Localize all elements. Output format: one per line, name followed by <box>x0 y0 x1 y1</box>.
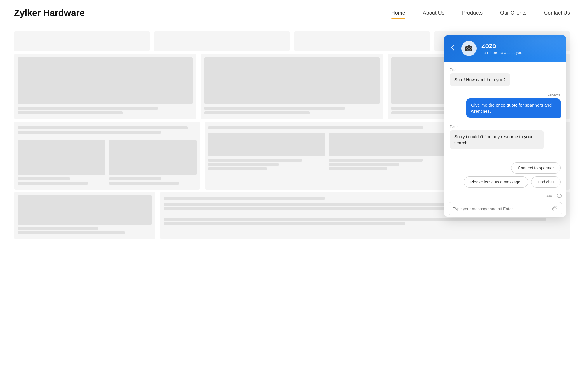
bot-name: Zozo <box>481 42 559 50</box>
svg-rect-7 <box>467 50 471 51</box>
product-card-1 <box>14 54 196 119</box>
bot-message-group-1: Zozo Sure! How can I help you? <box>450 68 561 91</box>
product-image <box>18 57 193 104</box>
svg-rect-9 <box>469 45 469 46</box>
chat-header: Zozo I am here to assist you! <box>444 35 566 62</box>
bot-subtitle: I am here to assist you! <box>481 50 559 55</box>
navbar: Zylker Hardware Home About Us Products O… <box>0 0 584 26</box>
footer-icons: ••• <box>449 193 562 200</box>
skeleton-card <box>14 31 150 51</box>
chat-widget: Zozo I am here to assist you! Zozo Sure!… <box>444 35 566 217</box>
skeleton-line <box>18 107 158 110</box>
bot-message-group-2: Zozo Sorry i couldn't find any resource … <box>450 125 561 154</box>
chat-footer: ••• <box>444 190 566 217</box>
nav-link-home[interactable]: Home <box>391 10 405 18</box>
end-chat-button[interactable]: End chat <box>531 176 561 188</box>
user-sender-label: Rebecca <box>547 93 561 97</box>
nav-item-products[interactable]: Products <box>462 10 483 16</box>
svg-point-5 <box>467 48 468 49</box>
bot-bubble-2: Sorry i couldn't find any resource to yo… <box>450 130 544 149</box>
nav-item-clients[interactable]: Our Clients <box>500 10 526 16</box>
skeleton-card <box>294 31 430 51</box>
product-image <box>204 57 380 104</box>
bot-sender-label-2: Zozo <box>450 125 458 129</box>
product-card-2 <box>201 54 383 119</box>
chat-messages: Zozo Sure! How can I help you? Rebecca G… <box>444 62 566 161</box>
svg-point-6 <box>470 48 471 49</box>
connect-operator-button[interactable]: Connect to operator <box>511 162 561 174</box>
bot-bubble-1: Sure! How can I help you? <box>450 73 510 86</box>
bot-avatar <box>461 41 477 56</box>
nav-link-about[interactable]: About Us <box>423 10 444 18</box>
skeleton-line <box>18 111 123 114</box>
nav-item-home[interactable]: Home <box>391 10 405 16</box>
skeleton-card <box>154 31 290 51</box>
action-row: Please leave us a message! End chat <box>464 176 561 188</box>
skeleton-line <box>204 111 310 114</box>
skeleton-line <box>204 107 345 110</box>
bot-sender-label: Zozo <box>450 68 458 72</box>
skeleton-line <box>18 131 161 134</box>
nav-item-about[interactable]: About Us <box>423 10 444 16</box>
chat-input[interactable] <box>453 207 550 211</box>
chat-header-info: Zozo I am here to assist you! <box>481 42 559 55</box>
chat-actions: Connect to operator Please leave us a me… <box>444 161 566 190</box>
user-message-group: Rebecca Give me the price quote for span… <box>450 93 561 122</box>
nav-link-products[interactable]: Products <box>462 10 483 18</box>
nav-link-contact[interactable]: Contact Us <box>544 10 570 18</box>
skeleton-line <box>18 126 188 129</box>
brand-logo: Zylker Hardware <box>14 8 85 18</box>
nav-item-contact[interactable]: Contact Us <box>544 10 570 16</box>
leave-message-button[interactable]: Please leave us a message! <box>464 176 528 188</box>
power-icon[interactable] <box>557 193 562 200</box>
nav-links: Home About Us Products Our Clients Conta… <box>391 10 570 16</box>
chat-input-row <box>449 202 562 215</box>
nav-link-clients[interactable]: Our Clients <box>500 10 526 18</box>
user-bubble: Give me the price quote for spanners and… <box>466 98 561 118</box>
attachment-icon[interactable] <box>552 205 557 212</box>
more-options-icon[interactable]: ••• <box>546 193 552 200</box>
chat-back-button[interactable] <box>451 44 457 53</box>
